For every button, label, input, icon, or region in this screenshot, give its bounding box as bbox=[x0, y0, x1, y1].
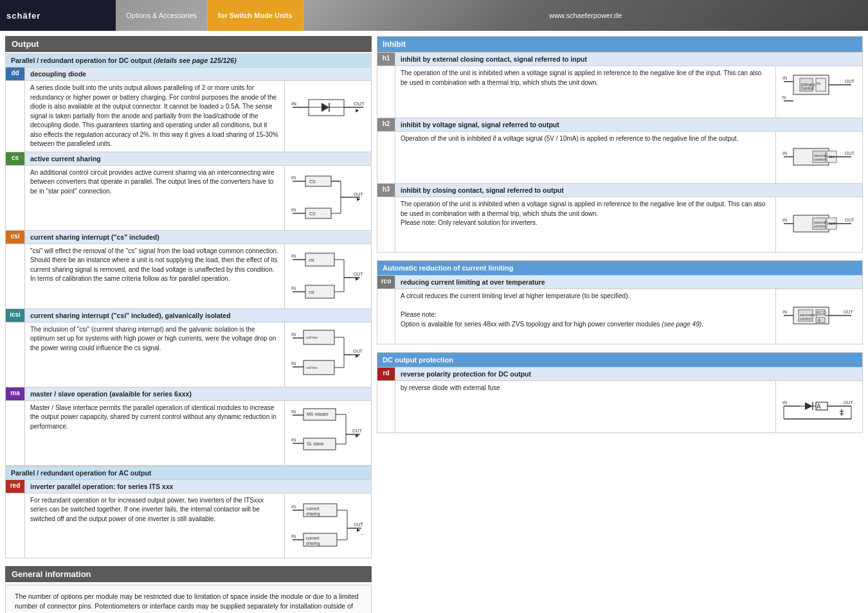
label-h2: h2 bbox=[377, 118, 395, 132]
title-red: inverter parallel operation: for series … bbox=[25, 479, 372, 493]
diagram-cs: IN CS OUT ▶ IN CS bbox=[285, 165, 372, 230]
title-dd: decoupling diode bbox=[25, 67, 372, 81]
svg-text:IN: IN bbox=[782, 76, 787, 80]
title-icsi: current sharing interrupt ("csi" include… bbox=[25, 308, 372, 322]
diagram-icsi: IN csi/ iso OUT ▶ IN csi/ bbox=[285, 322, 372, 387]
right-column: Inhibit h1 inhibit by external closing c… bbox=[377, 36, 863, 613]
parallel-dc-table: Parallel / redundant operation for DC ou… bbox=[5, 53, 372, 466]
nav-switch-mode-units[interactable]: for Switch Mode Units bbox=[208, 0, 303, 31]
desc-icsi: The inclusion of "csi" (current sharing … bbox=[25, 322, 285, 387]
label-dd: dd bbox=[6, 67, 25, 81]
spacer-rco bbox=[377, 289, 395, 344]
svg-text:IN: IN bbox=[782, 151, 787, 155]
label-rco: rco bbox=[377, 276, 395, 289]
svg-text:IN: IN bbox=[782, 400, 787, 405]
desc-red: For redundant operation or for increased… bbox=[25, 493, 285, 558]
svg-text:csi/: csi/ bbox=[306, 335, 312, 339]
svg-text:IN: IN bbox=[291, 254, 296, 258]
svg-text:▶: ▶ bbox=[356, 433, 359, 438]
label-rd: rd bbox=[377, 368, 395, 381]
title-rd: reverse polarity protection for DC outpu… bbox=[395, 368, 863, 381]
svg-text:IN: IN bbox=[291, 101, 296, 107]
diagram-rd: IN A OUT bbox=[776, 381, 863, 433]
desc-cs: An additional control circuit provides a… bbox=[25, 165, 285, 230]
spacer-red bbox=[6, 493, 25, 558]
svg-text:SL slave: SL slave bbox=[307, 441, 324, 446]
svg-text:RCO: RCO bbox=[817, 310, 826, 315]
svg-text:hi: hi bbox=[782, 95, 786, 100]
svg-text:IN: IN bbox=[291, 438, 296, 442]
svg-text:▶: ▶ bbox=[356, 108, 359, 112]
label-red: red bbox=[6, 479, 25, 493]
svg-text:IN: IN bbox=[291, 175, 296, 180]
svg-text:IN: IN bbox=[782, 310, 787, 314]
svg-text:iso: iso bbox=[312, 366, 318, 369]
svg-text:IN: IN bbox=[291, 361, 296, 366]
auto-reduction-section: Automatic reduction of current limiting … bbox=[377, 260, 863, 344]
desc-dd: A series diode built into the units outp… bbox=[25, 81, 285, 152]
inhibit-section: Inhibit h1 inhibit by external closing c… bbox=[377, 36, 863, 253]
svg-text:OUT: OUT bbox=[354, 272, 364, 276]
spacer-h1 bbox=[377, 66, 395, 118]
general-info-section: General information The number of option… bbox=[5, 566, 372, 614]
spacer-ma bbox=[6, 400, 25, 465]
svg-text:csi/: csi/ bbox=[306, 366, 312, 369]
diagram-csi: IN csi OUT ▶ IN csi bbox=[285, 244, 372, 308]
svg-text:CS: CS bbox=[309, 179, 316, 184]
svg-text:OUT: OUT bbox=[354, 101, 365, 107]
logo-text: schäfer bbox=[6, 11, 41, 21]
inhibit-section-title: Inhibit bbox=[383, 40, 406, 49]
desc-h2: Operation of the unit is inhibited if a … bbox=[395, 132, 776, 184]
label-icsi: icsi bbox=[6, 308, 25, 322]
diagram-rco: IN secondary control RCO OUT bbox=[776, 289, 863, 344]
svg-text:▶: ▶ bbox=[357, 197, 361, 201]
auto-reduction-title: Automatic reduction of current limiting bbox=[383, 264, 514, 272]
svg-text:OUT: OUT bbox=[354, 192, 364, 197]
parallel-ac-table: Parallel / redundant operation for AC ou… bbox=[5, 466, 372, 558]
svg-text:IN: IN bbox=[817, 82, 820, 85]
inhibit-table: Inhibit h1 inhibit by external closing c… bbox=[377, 36, 863, 253]
svg-text:→: → bbox=[359, 531, 364, 537]
svg-text:OUT: OUT bbox=[353, 349, 363, 353]
diagram-h2: IN secondary control INH OUT bbox=[776, 132, 863, 184]
svg-text:IN: IN bbox=[782, 218, 787, 222]
title-csi: current sharing interrupt ("cs" included… bbox=[25, 230, 372, 244]
page-header: schäfer Options & Accessories for Switch… bbox=[0, 0, 868, 31]
desc-csi: "csi" will effect the removal of the "cs… bbox=[25, 244, 285, 308]
svg-text:current: current bbox=[306, 536, 319, 540]
svg-text:IN: IN bbox=[291, 504, 296, 509]
header-nav: Options & Accessories for Switch Mode Un… bbox=[116, 0, 303, 31]
desc-h1: The operation of the unit is inhibited w… bbox=[395, 66, 776, 118]
spacer-cs bbox=[6, 165, 25, 230]
svg-text:control: control bbox=[801, 86, 814, 91]
diagram-dd: IN OUT ▶ bbox=[285, 81, 372, 152]
spacer-icsi bbox=[6, 322, 25, 387]
title-cs: active current sharing bbox=[25, 152, 372, 165]
svg-text:OUT: OUT bbox=[845, 79, 855, 84]
label-csi: csi bbox=[6, 230, 25, 244]
desc-h3: The operation of the unit is inhibited w… bbox=[395, 197, 776, 253]
svg-text:IN: IN bbox=[291, 208, 296, 212]
title-ma: master / slave operation (avalaible for … bbox=[25, 387, 372, 400]
svg-text:IN: IN bbox=[291, 409, 296, 414]
label-ma: ma bbox=[6, 387, 25, 400]
svg-text:OUT: OUT bbox=[844, 310, 854, 314]
svg-text:OUT: OUT bbox=[352, 429, 363, 433]
diagram-red: IN current sharing OUT ▶ → IN bbox=[285, 493, 372, 558]
dc-protection-title: DC output protection bbox=[383, 356, 453, 364]
general-info-title: General information bbox=[5, 566, 372, 582]
label-cs: cs bbox=[6, 152, 25, 165]
diagram-h3: IN secondary control INIIT OUT bbox=[776, 197, 863, 253]
svg-text:▶: ▶ bbox=[356, 276, 359, 281]
diagram-h1: IN primary control IN OUT hi bbox=[776, 66, 863, 118]
desc-ma: Master / Slave interface permits the par… bbox=[25, 400, 285, 465]
title-rco: reducing current limiting at over temper… bbox=[395, 276, 863, 289]
svg-text:θ: θ bbox=[818, 318, 820, 323]
svg-text:OUT: OUT bbox=[844, 400, 854, 405]
svg-marker-140 bbox=[805, 402, 813, 410]
nav-options-accessories[interactable]: Options & Accessories bbox=[116, 0, 208, 31]
svg-text:csi: csi bbox=[309, 258, 314, 262]
svg-text:IN: IN bbox=[291, 332, 296, 337]
left-column: Output Parallel / redundant operation fo… bbox=[5, 36, 372, 613]
svg-text:IN: IN bbox=[291, 534, 296, 538]
